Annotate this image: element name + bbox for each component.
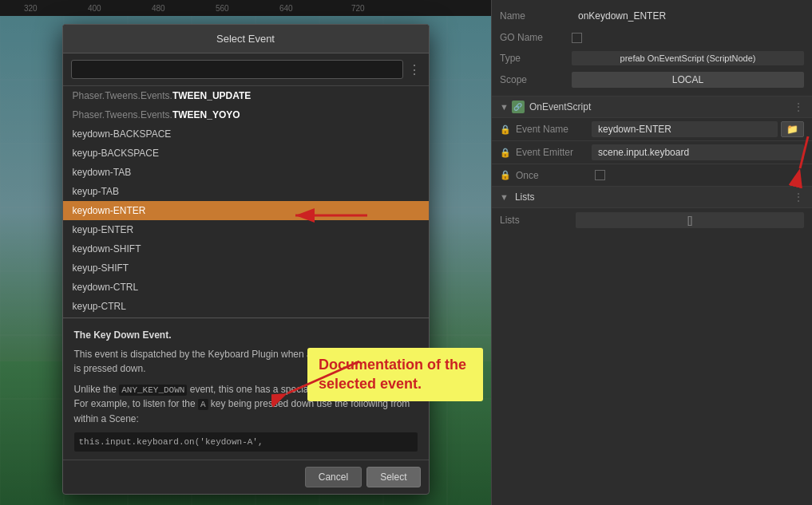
go-name-label: GO Name — [500, 32, 572, 43]
go-name-checkbox[interactable] — [572, 33, 582, 43]
once-checkbox[interactable] — [595, 170, 605, 180]
list-item[interactable]: Phaser.Tweens.Events.TWEEN_YOYO — [63, 105, 429, 124]
list-item[interactable]: Phaser.Tweens.Events.TWEEN_UPDATE — [63, 86, 429, 105]
go-name-row: GO Name — [500, 27, 804, 48]
on-event-script-icon: 🔗 — [512, 101, 525, 113]
search-options-button[interactable]: ⋮ — [408, 62, 421, 77]
on-event-script-section-header[interactable]: ▼ 🔗 OnEventScript ⋮ — [492, 97, 812, 118]
lists-field-value[interactable]: [] — [576, 212, 804, 228]
section-toggle-icon: ▼ — [500, 102, 509, 112]
lock-icon-3: 🔒 — [500, 170, 511, 180]
once-row: 🔒 Once — [492, 164, 812, 187]
list-item[interactable]: keydown-TAB — [63, 163, 429, 182]
doc-heading: The Key Down Event. — [74, 328, 418, 342]
event-emitter-field-value[interactable]: scene.input.keyboard — [592, 144, 804, 160]
cancel-button[interactable]: Cancel — [305, 467, 362, 487]
type-value: prefab OnEventScript (ScriptNode) — [572, 51, 804, 65]
list-item[interactable]: keyup-SHIFT — [63, 258, 429, 278]
scene-editor: 320 400 480 560 640 720 Sele — [0, 0, 491, 505]
lists-menu-icon[interactable]: ⋮ — [793, 191, 804, 203]
lists-section-label: Lists — [515, 191, 535, 203]
type-row: Type prefab OnEventScript (ScriptNode) — [500, 48, 804, 69]
name-label: Name — [500, 10, 572, 22]
lists-toggle-icon: ▼ — [500, 192, 509, 202]
event-name-label: Event Name — [516, 124, 592, 135]
type-label: Type — [500, 53, 572, 64]
lock-icon: 🔒 — [500, 124, 511, 135]
event-emitter-label: Event Emitter — [516, 147, 592, 158]
event-name-field-value[interactable]: keydown-ENTER — [592, 121, 778, 137]
scope-label: Scope — [500, 74, 572, 85]
name-row: Name onKeydown_ENTER — [500, 5, 804, 27]
event-emitter-row: 🔒 Event Emitter scene.input.keyboard — [492, 141, 812, 164]
right-panel: Name onKeydown_ENTER GO Name Type prefab… — [491, 0, 812, 505]
select-button[interactable]: Select — [366, 467, 420, 487]
list-item[interactable]: keyup-CTRL — [63, 297, 429, 316]
lists-field-label: Lists — [500, 215, 576, 226]
doc-code-block: this.input.keyboard.on('keydown-A', — [74, 432, 418, 452]
event-name-row: 🔒 Event Name keydown-ENTER 📁 — [492, 118, 812, 141]
on-event-script-label: OnEventScript — [529, 101, 591, 112]
list-item[interactable]: keydown-SHIFT — [63, 239, 429, 258]
event-list[interactable]: Phaser.Tweens.Events.TWEEN_UPDATE Phaser… — [63, 86, 429, 318]
once-label: Once — [516, 170, 592, 181]
list-item[interactable]: keyup-TAB — [63, 182, 429, 201]
select-event-modal: Select Event ⋮ Phaser.Tweens.Events.TWEE… — [62, 24, 430, 495]
name-value: onKeydown_ENTER — [572, 8, 804, 24]
doc-annotation-box: Documentation of the selected event. — [307, 348, 483, 401]
list-item[interactable]: keydown-BACKSPACE — [63, 124, 429, 144]
list-item-keydown-enter[interactable]: keydown-ENTER — [63, 201, 429, 220]
event-name-browse-button[interactable]: 📁 — [781, 121, 804, 137]
lock-icon-2: 🔒 — [500, 148, 511, 158]
lists-section-header[interactable]: ▼ Lists ⋮ — [492, 187, 812, 208]
lists-row: Lists [] — [492, 208, 812, 232]
section-menu-icon[interactable]: ⋮ — [793, 101, 804, 113]
list-item[interactable]: keydown-CTRL — [63, 278, 429, 297]
search-row: ⋮ — [63, 53, 429, 86]
scope-value: LOCAL — [572, 72, 804, 88]
scope-row: Scope LOCAL — [500, 69, 804, 91]
list-item[interactable]: keyup-ENTER — [63, 220, 429, 239]
modal-title-bar: Select Event — [63, 25, 429, 53]
name-section: Name onKeydown_ENTER GO Name Type prefab… — [492, 0, 812, 97]
modal-overlay: Select Event ⋮ Phaser.Tweens.Events.TWEE… — [0, 0, 491, 505]
event-search-input[interactable] — [71, 60, 403, 79]
modal-title: Select Event — [216, 33, 275, 45]
modal-footer: Cancel Select — [63, 460, 429, 494]
list-item[interactable]: keyup-BACKSPACE — [63, 144, 429, 163]
